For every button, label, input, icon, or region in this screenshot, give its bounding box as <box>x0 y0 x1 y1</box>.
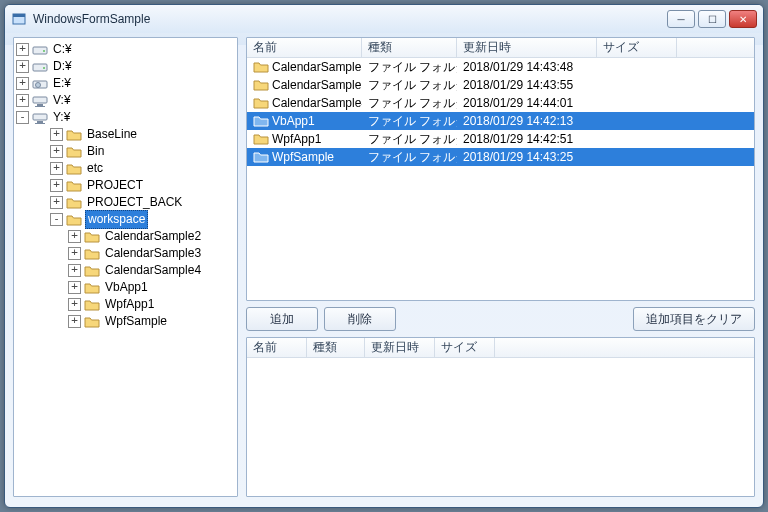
expand-icon[interactable]: + <box>50 179 63 192</box>
list-row[interactable]: VbApp1 ファイル フォルダー 2018/01/29 14:42:13 <box>247 112 754 130</box>
expand-icon[interactable]: + <box>50 162 63 175</box>
col-modified[interactable]: 更新日時 <box>457 38 597 57</box>
tree-subfolder[interactable]: + CalendarSample3 <box>16 245 235 262</box>
list-row[interactable]: WpfSample ファイル フォルダー 2018/01/29 14:43:25 <box>247 148 754 166</box>
cell-name: WpfApp1 <box>272 132 321 146</box>
tree-pane[interactable]: + C:¥ + D:¥ + E:¥ + V:¥ - Y:¥ + BaseLine… <box>13 37 238 497</box>
tree-folder[interactable]: + PROJECT_BACK <box>16 194 235 211</box>
file-list-bottom-header[interactable]: 名前種類更新日時サイズ <box>247 338 754 358</box>
tree-subfolder[interactable]: + CalendarSample4 <box>16 262 235 279</box>
tree-folder[interactable]: + Bin <box>16 143 235 160</box>
tree-label: V:¥ <box>51 92 73 109</box>
expand-icon[interactable]: + <box>68 247 81 260</box>
tree-subfolder[interactable]: + CalendarSample2 <box>16 228 235 245</box>
cell-name: CalendarSample2 <box>272 60 362 74</box>
tree-label: VbApp1 <box>103 279 150 296</box>
col-type[interactable]: 種類 <box>362 38 457 57</box>
cell-type: ファイル フォルダー <box>362 113 457 130</box>
expand-icon[interactable]: + <box>16 60 29 73</box>
expand-icon[interactable]: + <box>68 230 81 243</box>
expand-icon[interactable]: + <box>68 298 81 311</box>
expand-icon[interactable]: + <box>68 264 81 277</box>
tree-subfolder[interactable]: + WpfApp1 <box>16 296 235 313</box>
svg-rect-2 <box>33 47 47 54</box>
expand-icon[interactable]: + <box>16 43 29 56</box>
list-row[interactable]: CalendarSample2 ファイル フォルダー 2018/01/29 14… <box>247 58 754 76</box>
tree-drive-expanded[interactable]: - Y:¥ <box>16 109 235 126</box>
list-row[interactable]: CalendarSample4 ファイル フォルダー 2018/01/29 14… <box>247 94 754 112</box>
expand-icon[interactable]: + <box>50 128 63 141</box>
expand-icon[interactable]: + <box>50 196 63 209</box>
collapse-icon[interactable]: - <box>16 111 29 124</box>
tree-label: D:¥ <box>51 58 74 75</box>
expand-icon[interactable]: + <box>50 145 63 158</box>
cell-modified: 2018/01/29 14:43:25 <box>457 150 597 164</box>
drive-icon <box>32 77 48 91</box>
folder-icon <box>84 264 100 278</box>
tree-label: PROJECT_BACK <box>85 194 184 211</box>
tree-label: CalendarSample2 <box>103 228 203 245</box>
tree-folder-workspace[interactable]: - workspace <box>16 211 235 228</box>
col-size[interactable]: サイズ <box>435 338 495 357</box>
drive-icon <box>32 111 48 125</box>
tree-drive[interactable]: + V:¥ <box>16 92 235 109</box>
list-row[interactable]: WpfApp1 ファイル フォルダー 2018/01/29 14:42:51 <box>247 130 754 148</box>
cell-name: CalendarSample4 <box>272 96 362 110</box>
svg-point-7 <box>36 82 41 87</box>
tree-drive[interactable]: + C:¥ <box>16 41 235 58</box>
col-type[interactable]: 種類 <box>307 338 365 357</box>
tree-drive[interactable]: + E:¥ <box>16 75 235 92</box>
titlebar[interactable]: WindowsFormSample ─ ☐ ✕ <box>5 5 763 33</box>
maximize-button[interactable]: ☐ <box>698 10 726 28</box>
file-list-top-header[interactable]: 名前種類更新日時サイズ <box>247 38 754 58</box>
tree-subfolder[interactable]: + VbApp1 <box>16 279 235 296</box>
collapse-icon[interactable]: - <box>50 213 63 226</box>
folder-icon <box>66 179 82 193</box>
list-row[interactable]: CalendarSample3 ファイル フォルダー 2018/01/29 14… <box>247 76 754 94</box>
col-name[interactable]: 名前 <box>247 338 307 357</box>
col-modified[interactable]: 更新日時 <box>365 338 435 357</box>
cell-modified: 2018/01/29 14:43:55 <box>457 78 597 92</box>
svg-rect-10 <box>35 106 45 107</box>
close-button[interactable]: ✕ <box>729 10 757 28</box>
drive-icon <box>32 43 48 57</box>
svg-point-3 <box>43 50 45 52</box>
tree-label: WpfApp1 <box>103 296 156 313</box>
tree-label-selected: workspace <box>85 210 148 229</box>
cell-type: ファイル フォルダー <box>362 131 457 148</box>
clear-button[interactable]: 追加項目をクリア <box>633 307 755 331</box>
expand-icon[interactable]: + <box>16 77 29 90</box>
tree-label: C:¥ <box>51 41 74 58</box>
tree-folder[interactable]: + PROJECT <box>16 177 235 194</box>
col-name[interactable]: 名前 <box>247 38 362 57</box>
tree-folder[interactable]: + etc <box>16 160 235 177</box>
col-size[interactable]: サイズ <box>597 38 677 57</box>
remove-button[interactable]: 削除 <box>324 307 396 331</box>
right-area: 名前種類更新日時サイズ CalendarSample2 ファイル フォルダー 2… <box>246 37 755 497</box>
file-list-bottom[interactable]: 名前種類更新日時サイズ <box>246 337 755 497</box>
expand-icon[interactable]: + <box>16 94 29 107</box>
tree-drive[interactable]: + D:¥ <box>16 58 235 75</box>
cell-name: WpfSample <box>272 150 334 164</box>
tree-label: etc <box>85 160 105 177</box>
expand-icon[interactable]: + <box>68 281 81 294</box>
cell-modified: 2018/01/29 14:43:48 <box>457 60 597 74</box>
cell-type: ファイル フォルダー <box>362 77 457 94</box>
folder-icon <box>84 230 100 244</box>
tree-label: CalendarSample4 <box>103 262 203 279</box>
tree-label: BaseLine <box>85 126 139 143</box>
svg-rect-4 <box>33 64 47 71</box>
drive-icon <box>32 94 48 108</box>
tree-label: Bin <box>85 143 106 160</box>
file-list-top[interactable]: 名前種類更新日時サイズ CalendarSample2 ファイル フォルダー 2… <box>246 37 755 301</box>
add-button[interactable]: 追加 <box>246 307 318 331</box>
folder-icon <box>84 281 100 295</box>
tree-folder[interactable]: + BaseLine <box>16 126 235 143</box>
folder-icon <box>66 213 82 227</box>
expand-icon[interactable]: + <box>68 315 81 328</box>
folder-icon <box>253 78 269 92</box>
cell-modified: 2018/01/29 14:44:01 <box>457 96 597 110</box>
tree-subfolder[interactable]: + WpfSample <box>16 313 235 330</box>
folder-icon <box>66 196 82 210</box>
minimize-button[interactable]: ─ <box>667 10 695 28</box>
